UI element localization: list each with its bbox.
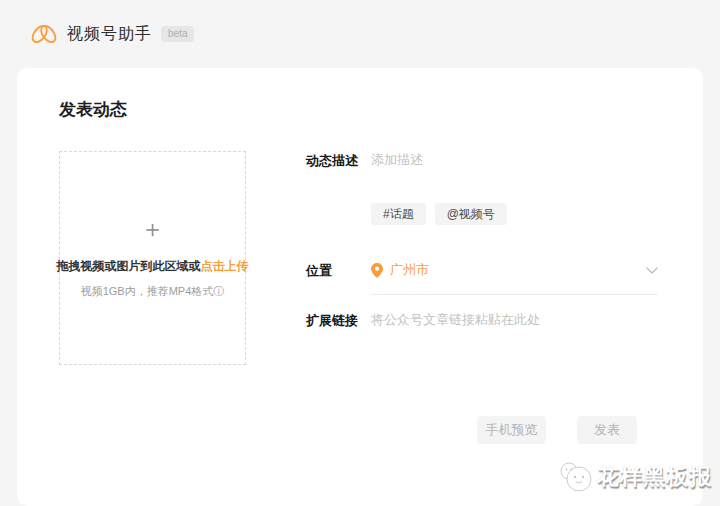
channels-logo-icon	[30, 22, 58, 46]
phone-preview-button[interactable]: 手机预览	[477, 416, 546, 444]
link-row: 扩展链接 将公众号文章链接粘贴在此处	[306, 311, 658, 330]
location-row: 位置 广州市	[306, 261, 658, 295]
upload-hint: 视频1GB内，推荐MP4格式ⓘ	[81, 284, 225, 299]
beta-badge: beta	[161, 26, 194, 42]
link-input[interactable]: 将公众号文章链接粘贴在此处	[371, 311, 658, 330]
click-upload-link[interactable]: 点击上传	[201, 259, 249, 273]
upload-dropzone[interactable]: ＋ 拖拽视频或图片到此区域或点击上传 视频1GB内，推荐MP4格式ⓘ	[59, 151, 246, 365]
publish-card: 发表动态 ＋ 拖拽视频或图片到此区域或点击上传 视频1GB内，推荐MP4格式ⓘ …	[17, 68, 703, 506]
tags-row: #话题 @视频号	[371, 203, 658, 225]
info-icon[interactable]: ⓘ	[213, 285, 224, 297]
publish-form: 动态描述 添加描述 #话题 @视频号 位置 广州市	[306, 151, 658, 365]
page-title: 发表动态	[59, 98, 661, 121]
content-row: ＋ 拖拽视频或图片到此区域或点击上传 视频1GB内，推荐MP4格式ⓘ 动态描述 …	[59, 151, 661, 365]
app-title: 视频号助手	[67, 24, 152, 45]
upload-hint-text: 视频1GB内，推荐MP4格式	[81, 285, 214, 297]
watermark-logo-icon	[558, 460, 594, 494]
description-label: 动态描述	[306, 151, 371, 170]
location-select[interactable]: 广州市	[371, 261, 658, 295]
plus-icon: ＋	[141, 217, 165, 241]
watermark-text: 花样黑板报	[597, 462, 712, 492]
description-row: 动态描述 添加描述	[306, 151, 658, 170]
topic-tag-button[interactable]: #话题	[371, 203, 426, 225]
location-label: 位置	[306, 261, 371, 295]
actions-row: 手机预览 发表	[59, 416, 637, 444]
location-value: 广州市	[390, 261, 429, 279]
location-pin-icon	[371, 263, 383, 278]
chevron-down-icon[interactable]	[646, 267, 658, 274]
link-label: 扩展链接	[306, 311, 371, 330]
watermark: 花样黑板报	[558, 460, 712, 494]
upload-drag-text: 拖拽视频或图片到此区域或	[57, 259, 201, 273]
app-header: 视频号助手 beta	[0, 0, 720, 68]
mention-channel-button[interactable]: @视频号	[435, 203, 507, 225]
publish-button[interactable]: 发表	[577, 416, 637, 444]
upload-instruction: 拖拽视频或图片到此区域或点击上传	[57, 258, 249, 275]
description-input[interactable]: 添加描述	[371, 151, 658, 170]
